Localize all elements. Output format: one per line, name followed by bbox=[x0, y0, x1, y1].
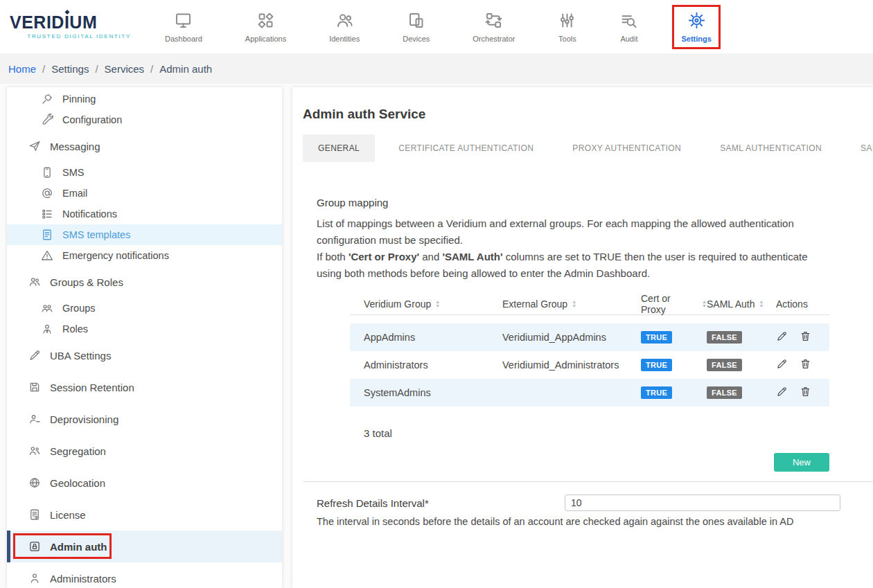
delete-button[interactable] bbox=[800, 330, 811, 344]
cell-actions bbox=[776, 386, 815, 400]
refresh-interval-input[interactable] bbox=[565, 495, 840, 511]
column-header-label: SAML Auth bbox=[707, 299, 755, 310]
breadcrumb-item-services[interactable]: Services bbox=[105, 63, 145, 75]
tab-saml-authentication[interactable]: SAML AUTHENTICATION bbox=[705, 134, 837, 162]
sidebar-item-geolocation[interactable]: Geolocation bbox=[7, 467, 282, 499]
sort-icon[interactable]: ▲▼ bbox=[435, 300, 440, 308]
badge-true: TRUE bbox=[641, 331, 672, 344]
sidebar-item-roles[interactable]: Roles bbox=[7, 319, 282, 339]
breadcrumb-item-admin-auth[interactable]: Admin auth bbox=[159, 63, 212, 75]
sort-icon[interactable]: ▲▼ bbox=[702, 300, 707, 308]
edit-button[interactable] bbox=[776, 358, 788, 372]
nav-item-label: Identities bbox=[329, 35, 360, 43]
sidebar-item-license[interactable]: License bbox=[7, 499, 282, 531]
sidebar-item-messaging[interactable]: Messaging bbox=[7, 130, 282, 162]
cell-cert-or-proxy: TRUE bbox=[641, 386, 707, 399]
sidebar-item-label: License bbox=[50, 509, 86, 521]
description-line-1: List of mappings between a Veridium and … bbox=[317, 215, 835, 249]
page-title: Admin auth Service bbox=[303, 107, 873, 122]
tab-general[interactable]: GENERAL bbox=[303, 134, 375, 162]
sidebar-item-label: Groups bbox=[62, 303, 96, 314]
brand-name: VERIDIUM bbox=[10, 14, 131, 31]
nav-item-identities[interactable]: Identities bbox=[320, 5, 369, 49]
applications-icon bbox=[256, 11, 275, 30]
sidebar-item-sms-templates[interactable]: SMS templates bbox=[7, 224, 282, 245]
brand-name-part: VERID bbox=[10, 12, 64, 32]
main-panel: Admin auth Service GENERALCERTIFICATE AU… bbox=[292, 87, 873, 588]
tab-certificate-authentication[interactable]: CERTIFICATE AUTHENTICATION bbox=[383, 134, 549, 162]
breadcrumb-item-home[interactable]: Home bbox=[8, 63, 36, 75]
warning-icon bbox=[41, 249, 53, 262]
sort-icon[interactable]: ▲▼ bbox=[759, 300, 764, 308]
column-header-veridium-group[interactable]: Veridium Group▲▼ bbox=[364, 299, 502, 310]
sidebar-item-label: Administrators bbox=[50, 573, 116, 585]
badge-false: FALSE bbox=[707, 359, 742, 371]
nav-item-label: Settings bbox=[681, 35, 711, 43]
refresh-interval-help: The interval in seconds before the detai… bbox=[317, 516, 859, 527]
nav-item-settings[interactable]: Settings bbox=[672, 5, 720, 49]
badge-true: TRUE bbox=[641, 386, 672, 399]
top-nav: DashboardApplicationsIdentitiesDevicesOr… bbox=[156, 5, 721, 49]
cell-external-group: Veridiumid_AppAdmins bbox=[502, 332, 641, 343]
sidebar-item-sms[interactable]: SMS bbox=[7, 162, 282, 183]
sidebar-item-segregation[interactable]: Segregation bbox=[7, 435, 282, 467]
brand-logo[interactable]: VERIDIUM TRUSTED DIGITAL IDENTITY bbox=[10, 14, 131, 39]
tab-proxy-authentication[interactable]: PROXY AUTHENTICATION bbox=[557, 134, 696, 162]
sidebar-item-notifications[interactable]: Notifications bbox=[7, 204, 282, 224]
cell-cert-or-proxy: TRUE bbox=[641, 359, 707, 371]
sidebar-item-configuration[interactable]: Configuration bbox=[7, 109, 282, 130]
sidebar-item-uba-settings[interactable]: UBA Settings bbox=[7, 339, 282, 371]
sidebar-item-label: Email bbox=[62, 188, 87, 199]
nav-item-applications[interactable]: Applications bbox=[236, 5, 295, 49]
sidebar-item-label: Session Retention bbox=[50, 382, 134, 393]
description-bold-saml-auth: 'SAML Auth' bbox=[442, 251, 502, 262]
badge-false: FALSE bbox=[707, 386, 742, 399]
sidebar-item-label: Configuration bbox=[62, 114, 122, 125]
deprovisioning-icon bbox=[28, 413, 41, 425]
sidebar-item-admin-auth[interactable]: Admin auth bbox=[7, 531, 282, 562]
group-mapping-section: Group mapping List of mappings between a… bbox=[303, 197, 873, 472]
nav-item-devices[interactable]: Devices bbox=[394, 5, 439, 49]
edit-button[interactable] bbox=[776, 330, 788, 344]
column-header-external-group[interactable]: External Group▲▼ bbox=[502, 299, 641, 310]
breadcrumb-item-settings[interactable]: Settings bbox=[51, 63, 89, 75]
new-button[interactable]: New bbox=[774, 453, 829, 472]
orchestrator-icon bbox=[484, 11, 503, 30]
sidebar-item-groups[interactable]: Groups bbox=[7, 298, 282, 319]
badge-false: FALSE bbox=[707, 331, 742, 344]
badge-true: TRUE bbox=[641, 359, 672, 371]
sidebar-item-emergency-notifications[interactable]: Emergency notifications bbox=[7, 245, 282, 266]
column-header-cert-or-proxy[interactable]: Cert or Proxy▲▼ bbox=[641, 293, 707, 315]
column-header-label: Actions bbox=[776, 299, 808, 310]
column-header-label: Cert or Proxy bbox=[641, 293, 698, 315]
roles-icon bbox=[41, 323, 53, 335]
cell-external-group: Veridiumid_Administrators bbox=[502, 359, 641, 371]
tools-icon bbox=[558, 11, 576, 30]
tab-saml-ke[interactable]: SAML KE bbox=[845, 134, 873, 162]
cell-saml-auth: FALSE bbox=[707, 359, 776, 371]
nav-item-orchestrator[interactable]: Orchestrator bbox=[464, 5, 524, 49]
column-header-label: External Group bbox=[502, 299, 567, 310]
delete-button[interactable] bbox=[800, 358, 811, 372]
sort-icon[interactable]: ▲▼ bbox=[572, 300, 576, 308]
cell-saml-auth: FALSE bbox=[707, 331, 776, 344]
nav-item-audit[interactable]: Audit bbox=[610, 5, 647, 49]
sidebar-item-email[interactable]: Email bbox=[7, 183, 282, 204]
column-header-saml-auth[interactable]: SAML Auth▲▼ bbox=[707, 299, 776, 310]
nav-item-tools[interactable]: Tools bbox=[549, 5, 585, 49]
nav-item-dashboard[interactable]: Dashboard bbox=[156, 5, 211, 49]
breadcrumb-separator: / bbox=[150, 63, 153, 75]
sidebar-item-administrators[interactable]: Administrators bbox=[7, 562, 282, 588]
delete-button[interactable] bbox=[800, 386, 811, 400]
edit-button[interactable] bbox=[776, 386, 788, 400]
column-header-label: Veridium Group bbox=[364, 299, 431, 310]
sidebar-item-deprovisioning[interactable]: Deprovisioning bbox=[7, 403, 282, 435]
sidebar-item-groups-roles[interactable]: Groups & Roles bbox=[7, 266, 282, 298]
sidebar-item-session-retention[interactable]: Session Retention bbox=[7, 371, 282, 403]
sidebar-item-label: UBA Settings bbox=[50, 350, 111, 362]
edit-icon bbox=[776, 330, 788, 344]
uba-icon bbox=[28, 349, 41, 362]
sidebar-item-pinning[interactable]: Pinning bbox=[7, 89, 282, 109]
pin-icon bbox=[41, 93, 53, 105]
cell-veridium-group: AppAdmins bbox=[364, 332, 502, 343]
